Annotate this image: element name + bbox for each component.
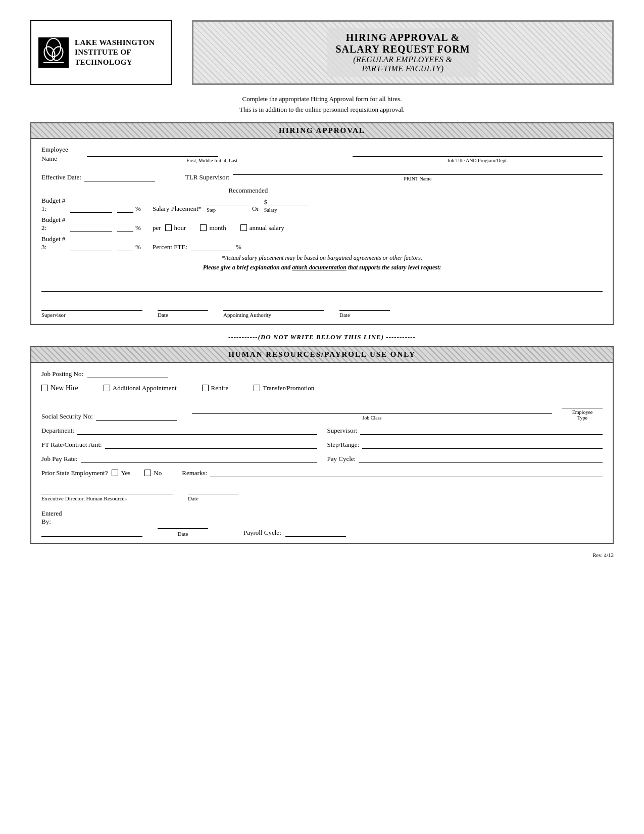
budget1-value-field[interactable]: [70, 204, 112, 213]
hiring-approval-header: HIRING APPROVAL: [31, 123, 613, 139]
hour-checkbox[interactable]: [165, 224, 172, 231]
new-hire-item: New Hire: [41, 384, 78, 392]
tlr-supervisor-label: TLR Supervisor:: [185, 173, 230, 181]
recommended-salary-label: Recommended: [228, 187, 268, 194]
budget3-value-field[interactable]: [70, 242, 112, 251]
salary-note1: *Actual salary placement may be based on…: [41, 254, 603, 262]
entered-by-date-field[interactable]: [158, 520, 208, 529]
pay-cycle-label: Pay Cycle:: [327, 455, 356, 463]
department-label: Department:: [41, 427, 74, 435]
ft-rate-field[interactable]: [105, 440, 317, 449]
rehire-item: Rehire: [202, 384, 229, 392]
appointing-authority-sig-line[interactable]: [223, 302, 324, 311]
additional-appt-checkbox[interactable]: [104, 385, 110, 391]
ssn-field[interactable]: [96, 411, 177, 421]
job-title-field[interactable]: [353, 148, 603, 157]
department-field[interactable]: [77, 426, 317, 435]
budget1-label: Budget # 1:: [41, 197, 67, 213]
budget1-percent-field[interactable]: [117, 204, 133, 213]
employee-type-label: EmployeeType: [572, 409, 593, 421]
entered-by-label: EnteredBy:: [41, 509, 142, 526]
hr-section-header: HUMAN RESOURCES/PAYROLL USE ONLY: [31, 347, 613, 363]
do-not-write-divider: -----------(DO NOT WRITE BELOW THIS LINE…: [30, 333, 614, 341]
percent-fte-field[interactable]: [191, 242, 232, 251]
payroll-cycle-field[interactable]: [285, 528, 346, 537]
annual-salary-label: annual salary: [250, 224, 284, 232]
tlr-supervisor-field[interactable]: [233, 166, 603, 175]
first-middle-last-label: First, Middle Initial, Last: [87, 158, 337, 163]
month-checkbox[interactable]: [200, 224, 207, 231]
date1-sig-label: Date: [158, 312, 168, 318]
exec-director-sig-line[interactable]: [41, 485, 173, 494]
date1-sig-line[interactable]: [158, 302, 208, 311]
explanation-field[interactable]: [41, 276, 603, 292]
signature-row: Supervisor Date Appointing Authority Dat…: [41, 302, 603, 318]
institute-subtitle: Institute of Technology: [75, 48, 164, 67]
budget2-percent-field[interactable]: [117, 223, 133, 232]
ssn-label: Social Security No:: [41, 412, 93, 421]
supervisor-sig-block: Supervisor: [41, 302, 142, 318]
entered-by-field[interactable]: [41, 528, 142, 537]
remarks-label: Remarks:: [182, 469, 207, 477]
or-label: Or: [252, 205, 259, 213]
transfer-promotion-label: Transfer/Promotion: [263, 384, 314, 392]
employee-type-field[interactable]: [562, 399, 603, 408]
job-class-field[interactable]: [192, 405, 552, 414]
form-title-line3: (REGULAR EMPLOYEES &: [335, 55, 470, 64]
yes-item: Yes: [112, 469, 130, 477]
subtitle-line1: Complete the appropriate Hiring Approval…: [242, 95, 402, 103]
budget3-percent-field[interactable]: [117, 242, 133, 251]
institute-name: Lake Washington: [75, 38, 164, 48]
hr-section: HUMAN RESOURCES/PAYROLL USE ONLY Job Pos…: [30, 346, 614, 544]
date2-sig-line[interactable]: [339, 302, 390, 311]
exec-date-label: Date: [188, 495, 238, 501]
annual-salary-checkbox-item: annual salary: [240, 224, 284, 232]
budget2-value-field[interactable]: [70, 223, 112, 232]
date2-sig-label: Date: [339, 312, 350, 318]
rehire-checkbox[interactable]: [202, 385, 209, 391]
salary-label: Salary: [264, 207, 277, 213]
effective-date-field[interactable]: [84, 172, 155, 181]
form-title-line2: SALARY REQUEST FORM: [335, 43, 470, 55]
hr-supervisor-field[interactable]: [360, 426, 603, 435]
exec-date-sig-line[interactable]: [188, 485, 238, 494]
effective-date-label: Effective Date:: [41, 173, 81, 181]
form-title-line1: HIRING APPROVAL &: [335, 32, 470, 43]
salary-amount-field[interactable]: [268, 197, 309, 206]
additional-appt-label: Additional Appointment: [113, 384, 177, 392]
employee-name-first-field[interactable]: [87, 148, 218, 157]
page-header: Lake Washington Institute of Technology …: [30, 20, 614, 85]
transfer-promotion-checkbox[interactable]: [254, 385, 260, 391]
pay-cycle-field[interactable]: [359, 454, 603, 463]
new-hire-checkbox[interactable]: [41, 385, 48, 391]
no-item: No: [144, 469, 162, 477]
additional-appt-item: Additional Appointment: [104, 384, 177, 392]
salary-placement-label: Salary Placement*: [153, 205, 202, 213]
budget2-label: Budget # 2:: [41, 216, 67, 232]
remarks-field[interactable]: [210, 468, 603, 477]
hour-label: hour: [174, 224, 186, 232]
salary-note2: Please give a brief explanation and atta…: [41, 264, 603, 271]
month-checkbox-item: month: [200, 224, 226, 232]
rehire-label: Rehire: [211, 384, 229, 392]
job-posting-field[interactable]: [87, 369, 168, 378]
new-hire-label: New Hire: [51, 384, 78, 392]
budget3-label: Budget # 3:: [41, 235, 67, 251]
subtitle-line2: This is in addition to the online person…: [239, 106, 405, 113]
job-posting-label: Job Posting No:: [41, 370, 83, 378]
lwit-logo: [38, 37, 69, 68]
hr-supervisor-label: Supervisor:: [327, 427, 358, 435]
step-label: Step: [207, 207, 216, 213]
step-range-field[interactable]: [362, 440, 603, 449]
yes-checkbox[interactable]: [112, 470, 118, 476]
no-checkbox[interactable]: [144, 470, 151, 476]
yes-label: Yes: [121, 469, 130, 477]
month-label: month: [209, 224, 226, 232]
annual-salary-checkbox[interactable]: [240, 224, 247, 231]
job-pay-rate-field[interactable]: [81, 454, 317, 463]
revision-note: Rev. 4/12: [30, 552, 614, 558]
logo-box: Lake Washington Institute of Technology: [30, 20, 172, 85]
hour-checkbox-item: hour: [165, 224, 186, 232]
supervisor-sig-line[interactable]: [41, 302, 142, 311]
salary-step-field[interactable]: [207, 197, 247, 206]
